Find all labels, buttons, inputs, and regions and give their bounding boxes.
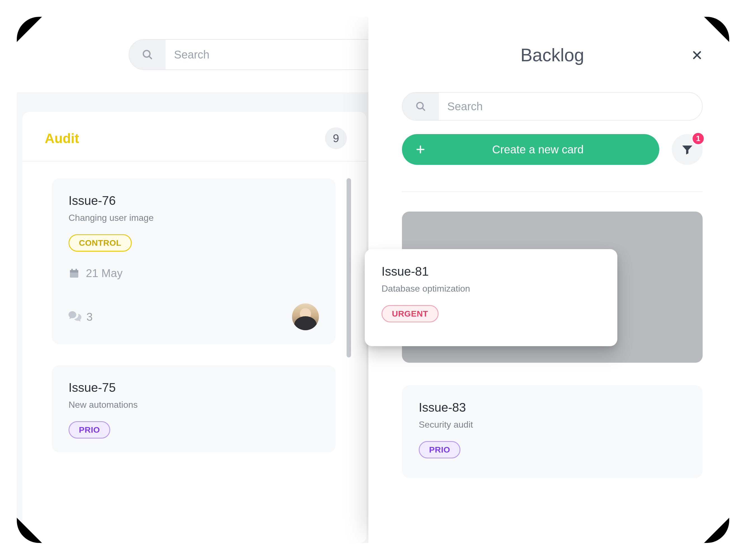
app-frame: Audit 9 Issue-76 Changing user image CON… [17, 17, 729, 543]
issue-id: Issue-75 [68, 381, 319, 395]
svg-rect-4 [71, 269, 73, 271]
calendar-icon [68, 268, 80, 279]
board-body: Audit 9 Issue-76 Changing user image CON… [17, 92, 403, 543]
filter-icon [681, 143, 694, 156]
panel-actions: Create a new card 1 [402, 134, 702, 165]
search-icon [129, 40, 166, 69]
lane-scroll-area: Issue-76 Changing user image CONTROL 21 … [22, 162, 367, 543]
board-topbar [17, 17, 403, 92]
issue-id: Issue-76 [68, 194, 319, 208]
issue-id: Issue-83 [419, 400, 686, 415]
comments-icon [68, 311, 81, 323]
lane-title: Audit [45, 131, 79, 146]
issue-card[interactable]: Issue-76 Changing user image CONTROL 21 … [52, 178, 336, 344]
issue-subtitle: New automations [68, 400, 319, 410]
search-icon [403, 93, 439, 120]
issue-comments[interactable]: 3 [68, 311, 93, 323]
create-card-button[interactable]: Create a new card [402, 134, 659, 165]
lane-scrollbar[interactable] [347, 178, 351, 357]
board: Audit 9 Issue-76 Changing user image CON… [17, 17, 403, 543]
board-search[interactable] [129, 39, 386, 70]
issue-date: 21 May [68, 267, 319, 280]
issue-subtitle: Security audit [419, 420, 686, 430]
tag-prio: PRIO [419, 441, 460, 458]
lane-audit: Audit 9 Issue-76 Changing user image CON… [22, 112, 367, 543]
filter-badge: 1 [691, 132, 705, 145]
close-icon [691, 50, 702, 61]
panel-search[interactable] [402, 92, 702, 121]
panel-title: Backlog [521, 45, 584, 65]
issue-subtitle: Changing user image [68, 213, 319, 223]
create-card-label: Create a new card [428, 143, 648, 156]
svg-line-9 [422, 108, 425, 110]
filter-button[interactable]: 1 [672, 134, 702, 165]
panel-divider [402, 191, 702, 192]
svg-line-1 [149, 56, 152, 59]
issue-card[interactable]: Issue-83 Security audit PRIO [402, 385, 702, 478]
board-search-input[interactable] [166, 40, 385, 69]
panel-search-input[interactable] [439, 93, 702, 120]
lane-header: Audit 9 [22, 112, 367, 162]
assignee-avatar[interactable] [292, 303, 319, 330]
svg-rect-5 [76, 269, 77, 271]
plus-icon [413, 142, 428, 157]
dragging-card[interactable]: Issue-81 Database optimization URGENT [365, 249, 617, 346]
close-panel-button[interactable] [689, 47, 706, 63]
issue-card[interactable]: Issue-75 New automations PRIO [52, 365, 336, 452]
issue-comments-count: 3 [86, 311, 93, 323]
panel-cards: Issue-83 Security audit PRIO [402, 385, 702, 478]
issue-date-text: 21 May [86, 267, 122, 280]
tag-prio: PRIO [68, 421, 110, 439]
issue-id: Issue-81 [381, 264, 601, 278]
svg-rect-3 [70, 270, 78, 272]
issue-subtitle: Database optimization [381, 283, 601, 294]
tag-urgent: URGENT [381, 305, 438, 323]
tag-control: CONTROL [68, 234, 132, 252]
lane-count: 9 [325, 127, 347, 149]
panel-header: Backlog [402, 45, 702, 65]
